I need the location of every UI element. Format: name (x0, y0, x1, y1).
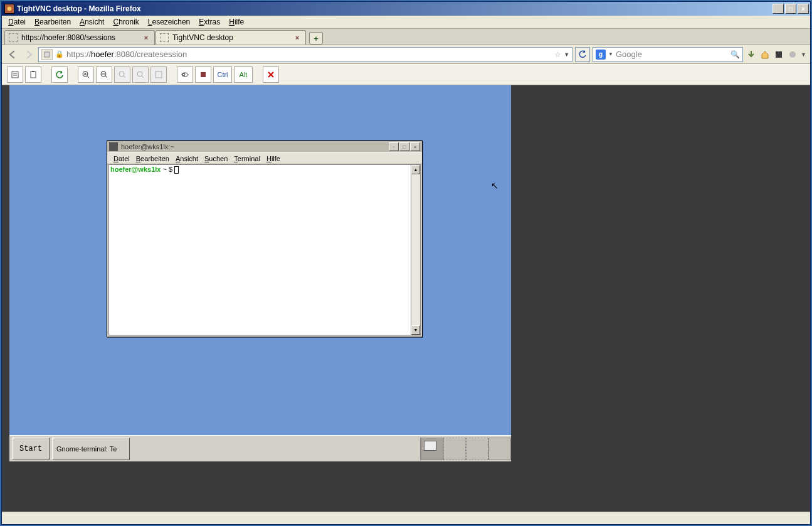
start-button[interactable]: Start (12, 438, 50, 460)
vnc-zoom-actual-button[interactable] (114, 66, 130, 83)
vnc-zoom-fit-button[interactable] (132, 66, 149, 83)
window-controls: _ □ × (772, 4, 810, 14)
svg-line-14 (105, 76, 107, 78)
firefox-statusbar (2, 512, 810, 524)
vnc-send-cad-button[interactable] (195, 66, 211, 83)
terminal-scrollbar[interactable]: ▲ ▼ (411, 165, 420, 335)
maximize-button[interactable]: □ (785, 4, 796, 14)
search-placeholder: Google (616, 50, 642, 59)
menu-bearbeiten[interactable]: Bearbeiten (31, 16, 75, 28)
svg-line-19 (142, 76, 144, 78)
terminal-text[interactable]: hoefer@wks1lx ~ $ (109, 165, 411, 335)
term-menu-hilfe[interactable]: Hilfe (264, 154, 283, 163)
favicon-placeholder-icon (9, 33, 18, 42)
minimize-button[interactable]: _ (772, 4, 784, 14)
firefox-toolbar: 🔒 https://hoefer:8080/createsession ☆ ▼ … (2, 45, 810, 64)
vnc-clipboard-button[interactable] (25, 66, 41, 83)
svg-line-17 (124, 76, 125, 78)
terminal-titlebar[interactable]: hoefer@wks1lx:~ · □ × (107, 141, 422, 152)
vnc-fullscreen-button[interactable] (150, 66, 167, 83)
svg-rect-7 (31, 71, 36, 78)
terminal-window-controls: · □ × (388, 142, 420, 151)
search-box[interactable]: g ▼ Google 🔍 (593, 47, 743, 62)
tab-tightvnc[interactable]: TightVNC desktop × (156, 30, 306, 45)
term-menu-bearbeiten[interactable]: Bearbeiten (134, 154, 172, 163)
favicon-placeholder-icon (160, 33, 169, 42)
search-go-icon[interactable]: 🔍 (730, 50, 740, 59)
tab-close-icon[interactable]: × (142, 33, 150, 42)
menu-lesezeichen[interactable]: Lesezeichen (144, 16, 194, 28)
terminal-window[interactable]: hoefer@wks1lx:~ · □ × Datei Bearbeiten A… (107, 140, 423, 337)
search-engine-dropdown-icon[interactable]: ▼ (608, 51, 613, 57)
vnc-disconnect-button[interactable] (263, 66, 279, 83)
addon-icon[interactable] (773, 49, 784, 60)
site-identity-icon[interactable] (41, 49, 53, 60)
home-icon[interactable] (759, 49, 771, 60)
outer-window: TightVNC desktop - Mozilla Firefox _ □ ×… (1, 1, 811, 525)
downloads-icon[interactable] (746, 49, 757, 60)
svg-point-3 (789, 51, 796, 58)
close-button[interactable]: × (798, 4, 809, 14)
terminal-body[interactable]: hoefer@wks1lx ~ $ ▲ ▼ (108, 164, 421, 335)
url-dropdown-icon[interactable]: ▼ (564, 51, 569, 58)
term-menu-terminal[interactable]: Terminal (231, 154, 263, 163)
menu-extras[interactable]: Extras (195, 16, 224, 28)
vnc-toolbar: Ctrl Alt (2, 64, 810, 85)
back-button[interactable] (6, 48, 19, 61)
svg-point-22 (182, 73, 185, 76)
toolbar-overflow-icon[interactable]: ▼ (801, 51, 806, 58)
vnc-zoom-out-button[interactable] (96, 66, 112, 83)
menu-ansicht[interactable]: Ansicht (76, 16, 108, 28)
vnc-cad-button[interactable] (177, 66, 193, 83)
vnc-refresh-button[interactable] (51, 66, 68, 83)
vnc-zoom-in-button[interactable] (78, 66, 94, 83)
scroll-track[interactable] (411, 174, 420, 325)
taskbar-item-terminal[interactable]: Gnome-terminal: Te (52, 438, 130, 460)
url-bar[interactable]: 🔒 https://hoefer:8080/createsession ☆ ▼ (38, 47, 572, 62)
window-titlebar[interactable]: TightVNC desktop - Mozilla Firefox _ □ × (2, 2, 810, 16)
svg-rect-2 (776, 51, 782, 58)
tab-label: https://hoefer:8080/sessions (21, 33, 115, 42)
terminal-cursor (174, 166, 179, 174)
tab-close-icon[interactable]: × (293, 33, 302, 42)
mouse-cursor-icon: ↖ (491, 181, 498, 191)
terminal-icon (109, 142, 118, 151)
workspace-3[interactable] (466, 438, 488, 460)
tab-label: TightVNC desktop (172, 33, 233, 42)
svg-point-16 (119, 71, 124, 76)
vnc-viewport[interactable]: hoefer@wks1lx:~ · □ × Datei Bearbeiten A… (9, 85, 511, 461)
svg-rect-20 (156, 71, 162, 78)
term-menu-ansicht[interactable]: Ansicht (173, 154, 201, 163)
tab-strip: https://hoefer:8080/sessions × TightVNC … (2, 29, 810, 45)
firefox-menubar: Datei Bearbeiten Ansicht Chronik Lesezei… (2, 16, 810, 29)
scroll-down-icon[interactable]: ▼ (411, 325, 420, 335)
workspace-2[interactable] (443, 438, 466, 460)
addon2-icon[interactable] (787, 49, 798, 60)
forward-button[interactable] (22, 48, 36, 61)
term-menu-datei[interactable]: Datei (111, 154, 132, 163)
terminal-close-button[interactable]: × (410, 142, 420, 151)
workspace-pager (420, 438, 511, 460)
term-menu-suchen[interactable]: Suchen (202, 154, 230, 163)
google-icon: g (596, 50, 606, 60)
vnc-ctrl-button[interactable]: Ctrl (213, 66, 232, 83)
svg-rect-8 (32, 71, 34, 72)
svg-rect-4 (12, 71, 18, 78)
vnc-taskbar: Start Gnome-terminal: Te (9, 435, 511, 461)
new-tab-button[interactable]: + (309, 32, 323, 45)
tab-sessions[interactable]: https://hoefer:8080/sessions × (4, 30, 155, 45)
svg-point-0 (7, 6, 12, 11)
vnc-alt-button[interactable]: Alt (234, 66, 253, 83)
window-title: TightVNC desktop - Mozilla Firefox (17, 4, 141, 13)
terminal-minimize-button[interactable]: · (389, 142, 399, 151)
vnc-options-button[interactable] (7, 66, 23, 83)
scroll-up-icon[interactable]: ▲ (411, 165, 420, 174)
menu-datei[interactable]: Datei (4, 16, 29, 28)
terminal-maximize-button[interactable]: □ (399, 142, 409, 151)
menu-chronik[interactable]: Chronik (109, 16, 142, 28)
menu-hilfe[interactable]: Hilfe (225, 16, 248, 28)
workspace-4[interactable] (488, 438, 511, 460)
workspace-1[interactable] (421, 438, 443, 460)
bookmark-star-icon[interactable]: ☆ (554, 50, 561, 59)
reload-button[interactable] (575, 47, 590, 62)
